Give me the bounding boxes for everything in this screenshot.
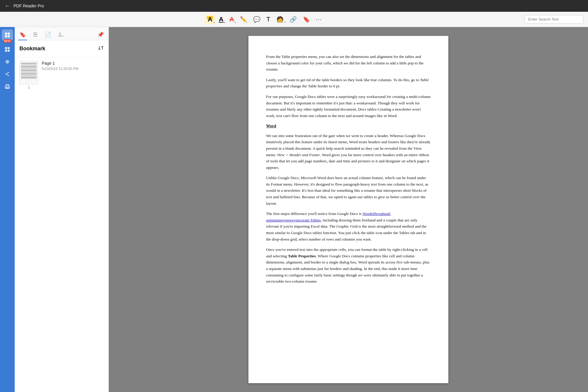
text-icon: T	[266, 16, 270, 23]
panel-tabs: 🔖 ☰ 📄 A 📌	[15, 27, 108, 40]
tab-text[interactable]: A	[57, 29, 65, 40]
svg-point-8	[6, 60, 9, 63]
sidebar-beta-button[interactable]	[2, 29, 13, 41]
link-tool[interactable]: 🔗	[287, 15, 299, 24]
pdf-section-word: Word	[266, 123, 431, 129]
highlight-icon: A	[207, 16, 213, 23]
title-bar: ← PDF Reader Pro	[0, 0, 588, 12]
link-icon: 🔗	[290, 16, 297, 22]
pdf-para-6: The first major difference you'll notice…	[266, 211, 431, 242]
pdf-viewer[interactable]: From the Table properties menu, you can …	[109, 27, 588, 392]
stamp-icon: 🧑	[276, 16, 284, 22]
strikethrough-icon: A	[229, 16, 234, 23]
svg-rect-2	[5, 35, 7, 37]
sidebar-grid-button[interactable]	[2, 44, 13, 55]
panel-title: Bookmark	[19, 46, 45, 52]
svg-text:A: A	[59, 32, 62, 36]
svg-rect-6	[5, 50, 7, 52]
bookmark-page-label: Page 1	[42, 61, 104, 66]
pdf-content: From the Table properties menu, you can …	[266, 54, 431, 285]
tab-pin[interactable]: 📌	[96, 30, 105, 40]
svg-rect-1	[8, 33, 10, 35]
sort-button[interactable]	[98, 45, 104, 52]
bookmark-thumbnail	[19, 61, 38, 84]
bookmark-date: 5/23/2019 12:20:00 PM	[42, 67, 104, 71]
comment-tool[interactable]: 💬	[251, 15, 263, 24]
app-title: PDF Reader Pro	[14, 4, 44, 8]
highlight-tool[interactable]: A ▾	[205, 14, 215, 24]
tab-page[interactable]: 📄	[44, 30, 52, 40]
pdf-para-2: Lastly, you'll want to get rid of the ta…	[266, 77, 431, 89]
main-content: BETA 🔖 ☰ 📄 A 📌 Bookmark	[0, 27, 588, 392]
highlight-arrow: ▾	[213, 21, 215, 24]
pdf-para-3: For our purposes, Google Docs tables wer…	[266, 94, 431, 119]
svg-rect-4	[5, 47, 7, 49]
strikethrough-tool[interactable]: A ▾	[227, 14, 236, 24]
underline-icon: A	[219, 16, 223, 23]
strikethrough-arrow: ▾	[235, 21, 236, 24]
pencil-icon: ✏️	[240, 16, 247, 22]
bookmark-icon: 🔖	[303, 16, 310, 22]
word-link[interactable]: Wordoffersahead-spinningsevenwaystocreat…	[266, 211, 391, 222]
bookmark-info: Page 1 5/23/2019 12:20:00 PM	[42, 61, 104, 89]
text-tool[interactable]: T	[264, 14, 273, 24]
more-icon: ···	[316, 17, 322, 22]
svg-rect-3	[8, 35, 10, 37]
pdf-para-4: We ran into some frustration out of the …	[266, 133, 431, 171]
beta-badge: BETA	[3, 39, 11, 43]
underline-tool[interactable]: A ▾	[216, 14, 226, 24]
pdf-para-1: From the Table properties menu, you can …	[266, 54, 431, 73]
tab-bookmark[interactable]: 🔖	[18, 30, 27, 40]
pdf-page: From the Table properties menu, you can …	[248, 36, 448, 383]
sidebar-share-button[interactable]	[2, 69, 13, 80]
bookmark-page-number: 1	[28, 86, 30, 89]
pdf-para-7: Once you've entered text into the approp…	[266, 246, 431, 285]
toolbar: A ▾ A ▾ A ▾ ✏️ 💬 T 🧑 ▾ 🔗	[0, 12, 588, 27]
draw-tool[interactable]: ✏️	[238, 15, 250, 24]
svg-rect-7	[8, 50, 10, 52]
toolbar-tools: A ▾ A ▾ A ▾ ✏️ 💬 T 🧑 ▾ 🔗	[5, 14, 524, 24]
bookmark-panel: 🔖 ☰ 📄 A 📌 Bookmark	[15, 27, 109, 392]
sidebar-scan-button[interactable]	[2, 56, 13, 67]
comment-icon: 💬	[253, 16, 260, 22]
svg-rect-0	[5, 33, 7, 35]
tab-list[interactable]: ☰	[32, 30, 39, 40]
more-tool[interactable]: ···	[314, 15, 325, 24]
pdf-para-5: Unlike Google Docs, Microsoft Word does …	[266, 175, 431, 206]
sidebar-print-button[interactable]	[2, 81, 13, 92]
stamp-tool[interactable]: 🧑 ▾	[274, 15, 286, 24]
svg-point-9	[7, 61, 8, 62]
back-button[interactable]: ←	[5, 3, 10, 9]
sidebar-icons: BETA	[0, 27, 15, 392]
stamp-arrow: ▾	[284, 21, 285, 24]
bookmark-tool[interactable]: 🔖	[300, 15, 313, 24]
search-input[interactable]	[524, 15, 583, 24]
underline-arrow: ▾	[224, 21, 225, 24]
bookmark-item[interactable]: 1 Page 1 5/23/2019 12:20:00 PM	[15, 57, 108, 93]
svg-rect-5	[8, 47, 10, 49]
panel-header: Bookmark	[15, 40, 108, 57]
